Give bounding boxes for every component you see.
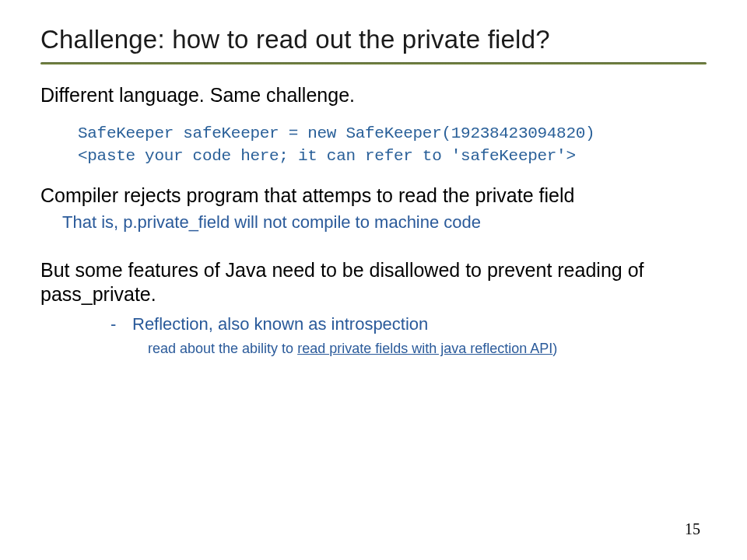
code-line-2: <paste your code here; it can refer to '… [78,147,707,165]
code-line-1: SafeKeeper safeKeeper = new SafeKeeper(1… [78,124,707,142]
bullet-row: - Reflection, also known as introspectio… [110,313,707,336]
read-prefix: read about the ability to [148,341,297,356]
read-about-line: read about the ability to read private f… [148,340,707,358]
reflection-api-link[interactable]: read private fields with java reflection… [297,341,552,356]
page-number: 15 [685,520,700,538]
bullet-text: Reflection, also known as introspection [132,313,428,336]
title-divider [40,62,707,65]
intro-text: Different language. Same challenge. [40,83,707,107]
java-heading: But some features of Java need to be dis… [40,258,707,307]
slide-title: Challenge: how to read out the private f… [40,25,707,54]
compiler-note: That is, p.private_field will not compil… [62,212,707,234]
bullet-dash: - [110,314,132,334]
read-suffix: ) [552,341,557,356]
compiler-heading: Compiler rejects program that attemps to… [40,184,707,208]
